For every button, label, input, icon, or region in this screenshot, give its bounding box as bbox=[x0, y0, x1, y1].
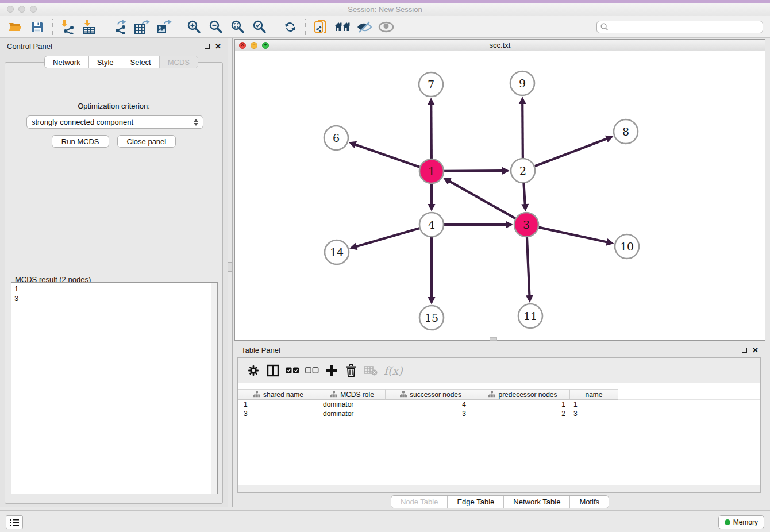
graph-node-label: 3 bbox=[523, 218, 530, 231]
tab-network[interactable]: Network bbox=[45, 56, 89, 68]
graph-node-label: 2 bbox=[519, 164, 526, 177]
cell-successor-nodes[interactable]: 3 bbox=[386, 409, 476, 418]
vertical-splitter[interactable] bbox=[232, 38, 233, 507]
cell-mcds-role[interactable]: dominator bbox=[319, 400, 386, 409]
graph-node-label: 15 bbox=[425, 311, 438, 324]
refresh-icon[interactable] bbox=[281, 18, 299, 36]
task-history-button[interactable] bbox=[6, 515, 23, 529]
control-panel-title: Control Panel bbox=[7, 42, 52, 51]
table-row[interactable]: 3 dominator 3 2 3 bbox=[238, 409, 760, 418]
tab-style[interactable]: Style bbox=[89, 56, 122, 68]
graph-edge[interactable] bbox=[538, 228, 607, 242]
column-header-shared-name[interactable]: shared name bbox=[238, 389, 319, 400]
main-titlebar: Session: New Session bbox=[0, 3, 770, 16]
column-header-mcds-role[interactable]: MCDS role bbox=[319, 389, 386, 400]
node-table: shared name MCDS role successor nodes pr… bbox=[238, 389, 760, 418]
first-neighbors-icon[interactable] bbox=[333, 18, 352, 36]
close-panel-icon[interactable]: ✕ bbox=[215, 43, 221, 50]
horizontal-splitter-handle[interactable] bbox=[490, 337, 497, 341]
table-horizontal-scrollbar[interactable] bbox=[238, 485, 760, 492]
memory-button[interactable]: Memory bbox=[718, 515, 764, 529]
toolbar-separator bbox=[179, 19, 179, 35]
graph-edge-arrowhead bbox=[521, 204, 529, 211]
open-folder-icon[interactable] bbox=[6, 18, 25, 36]
export-network-icon[interactable] bbox=[111, 18, 129, 36]
close-panel-icon[interactable]: ✕ bbox=[752, 346, 759, 354]
graph-edge[interactable] bbox=[356, 228, 419, 246]
table-panel-header: Table Panel ✕ bbox=[234, 342, 765, 358]
tab-mcds[interactable]: MCDS bbox=[160, 56, 198, 68]
select-stepper-icon bbox=[194, 119, 198, 126]
clear-selection-icon[interactable] bbox=[302, 361, 322, 380]
export-table-icon[interactable] bbox=[133, 18, 151, 36]
zoom-fit-icon[interactable] bbox=[229, 18, 247, 36]
cell-name[interactable]: 3 bbox=[570, 409, 618, 418]
table-panel-title: Table Panel bbox=[241, 346, 280, 354]
graph-edge[interactable] bbox=[522, 103, 523, 158]
import-table-icon[interactable] bbox=[80, 18, 99, 36]
tab-network-table[interactable]: Network Table bbox=[504, 496, 570, 508]
float-panel-icon[interactable] bbox=[742, 348, 747, 353]
toolbar-separator bbox=[52, 19, 53, 35]
column-header-predecessor-nodes[interactable]: predecessor nodes bbox=[476, 389, 570, 400]
zoom-out-icon[interactable] bbox=[207, 18, 225, 36]
tab-node-table[interactable]: Node Table bbox=[391, 496, 448, 508]
cell-predecessor-nodes[interactable]: 2 bbox=[476, 409, 570, 418]
search-input[interactable] bbox=[609, 22, 763, 32]
toggle-columns-icon[interactable] bbox=[263, 361, 283, 380]
result-scrollbar[interactable] bbox=[211, 283, 217, 494]
criterion-select[interactable]: strongly connected component bbox=[26, 115, 203, 129]
vertical-splitter-handle[interactable] bbox=[228, 262, 232, 272]
graph-edge-arrowhead bbox=[502, 167, 510, 175]
save-icon[interactable] bbox=[28, 18, 47, 36]
network-window-title: scc.txt bbox=[235, 41, 765, 49]
column-header-successor-nodes[interactable]: successor nodes bbox=[386, 389, 476, 400]
control-panel-tabs: Network Style Select MCDS bbox=[44, 56, 198, 68]
tab-select[interactable]: Select bbox=[122, 56, 160, 68]
namespace-icon bbox=[253, 391, 260, 398]
float-panel-icon[interactable] bbox=[205, 44, 210, 49]
cell-name[interactable]: 1 bbox=[570, 400, 618, 409]
show-all-icon[interactable] bbox=[377, 18, 395, 36]
network-window-titlebar: ✕ − + scc.txt bbox=[235, 40, 765, 51]
graph-edge[interactable] bbox=[355, 144, 419, 167]
cell-predecessor-nodes[interactable]: 1 bbox=[476, 400, 570, 409]
add-row-icon[interactable] bbox=[322, 361, 341, 380]
clone-network-icon[interactable] bbox=[311, 18, 330, 36]
graph-node-label: 1 bbox=[428, 165, 435, 178]
toolbar-separator bbox=[105, 19, 105, 35]
column-header-name[interactable]: name bbox=[570, 389, 618, 400]
import-network-icon[interactable] bbox=[59, 18, 77, 36]
graph-edge[interactable] bbox=[535, 138, 608, 166]
graph-edge[interactable] bbox=[431, 104, 432, 159]
select-all-icon[interactable] bbox=[283, 361, 302, 380]
hide-selected-icon[interactable] bbox=[355, 18, 374, 36]
graph-edge[interactable] bbox=[444, 171, 503, 171]
delete-row-icon[interactable] bbox=[341, 361, 361, 380]
network-view-window: ✕ − + scc.txt 7968124314101511 bbox=[234, 39, 765, 341]
graph-edge-arrowhead bbox=[428, 204, 436, 211]
cell-filler bbox=[618, 400, 760, 409]
export-image-icon[interactable] bbox=[155, 18, 173, 36]
run-mcds-button[interactable]: Run MCDS bbox=[52, 135, 109, 148]
graph-edge[interactable] bbox=[527, 237, 530, 296]
graph-node-label: 8 bbox=[622, 125, 629, 138]
close-panel-button[interactable]: Close panel bbox=[117, 135, 176, 148]
cell-shared-name[interactable]: 1 bbox=[238, 400, 319, 409]
tab-edge-table[interactable]: Edge Table bbox=[448, 496, 504, 508]
cell-shared-name[interactable]: 3 bbox=[238, 409, 319, 418]
zoom-selected-icon[interactable] bbox=[251, 18, 269, 36]
mcds-result-textarea[interactable]: 1 3 bbox=[11, 282, 218, 494]
zoom-in-icon[interactable] bbox=[185, 18, 203, 36]
graph-node-label: 10 bbox=[620, 240, 634, 253]
graph-edge[interactable] bbox=[523, 183, 525, 205]
graph-edge[interactable] bbox=[449, 181, 515, 219]
search-icon bbox=[600, 22, 609, 32]
table-settings-icon[interactable] bbox=[244, 361, 263, 380]
cell-mcds-role[interactable]: dominator bbox=[319, 409, 386, 418]
table-row[interactable]: 1 dominator 4 1 1 bbox=[238, 400, 760, 409]
tab-motifs[interactable]: Motifs bbox=[570, 496, 609, 508]
cell-successor-nodes[interactable]: 4 bbox=[386, 400, 476, 409]
function-builder-icon: f(x) bbox=[384, 364, 403, 377]
network-canvas[interactable]: 7968124314101511 bbox=[235, 51, 765, 340]
